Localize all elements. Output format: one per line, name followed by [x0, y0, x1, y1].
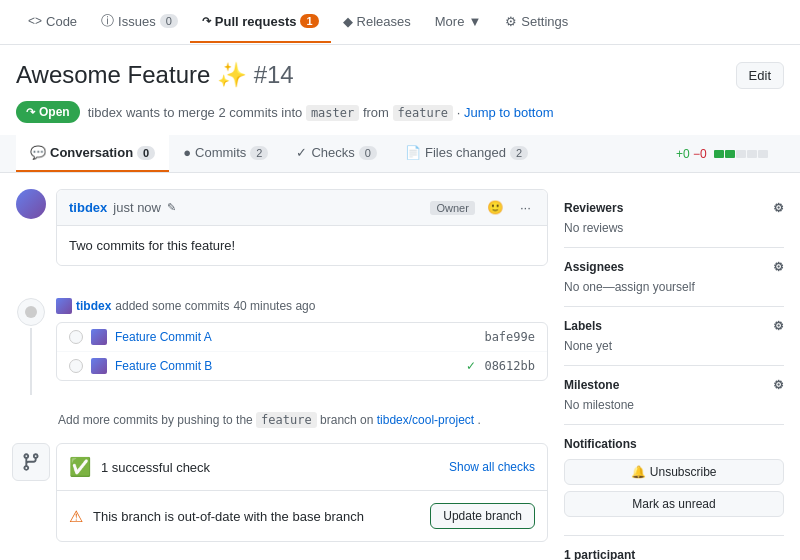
assignees-value: No one—assign yourself	[564, 280, 784, 294]
releases-icon: ◆	[343, 14, 353, 29]
edit-commit-icon: ✎	[167, 201, 176, 214]
jump-to-bottom-link[interactable]: Jump to bottom	[464, 105, 554, 120]
commit-header-action: added some commits	[115, 299, 229, 313]
commit-sha-1: 08612bb	[484, 359, 535, 373]
feature-branch-tag: feature	[256, 412, 317, 428]
base-branch-tag: master	[306, 105, 359, 121]
commenter-name[interactable]: tibdex	[69, 200, 107, 215]
code-icon: <>	[28, 14, 42, 28]
labels-value: None yet	[564, 339, 784, 353]
commit-message-1[interactable]: Feature Commit B	[115, 359, 458, 373]
nav-pr-label: Pull requests	[215, 14, 297, 29]
head-branch-tag: feature	[393, 105, 454, 121]
update-branch-button[interactable]: Update branch	[430, 503, 535, 529]
comment-block: tibdex just now ✎ Owner 🙂 ··· Two commit…	[56, 189, 548, 266]
comment-body: Two commits for this feature!	[57, 226, 547, 265]
tab-commits[interactable]: ● Commits 2	[169, 135, 282, 172]
commit-dot-1	[69, 359, 83, 373]
diff-stats: +0 −0	[660, 147, 784, 161]
commit-section-wrapper: tibdex added some commits 40 minutes ago…	[16, 298, 548, 397]
show-all-checks-link[interactable]: Show all checks	[449, 460, 535, 474]
check-success-text: 1 successful check	[101, 460, 439, 475]
git-branch-icon	[21, 452, 41, 472]
tab-files-changed[interactable]: 📄 Files changed 2	[391, 135, 542, 172]
settings-icon: ⚙	[505, 14, 517, 29]
comment-text: Two commits for this feature!	[69, 238, 535, 253]
nav-issues[interactable]: ⓘ Issues 0	[89, 0, 190, 44]
owner-badge: Owner	[430, 201, 474, 215]
nav-releases[interactable]: ◆ Releases	[331, 2, 423, 43]
pr-open-icon: ↷	[26, 106, 35, 119]
files-icon: 📄	[405, 145, 421, 160]
commit-section-header: tibdex added some commits 40 minutes ago	[56, 298, 548, 314]
page-header: Awesome Feature ✨ #14 Edit	[0, 45, 800, 97]
sidebar-assignees: Assignees ⚙ No one—assign yourself	[564, 248, 784, 307]
commit-dot-0	[69, 330, 83, 344]
nav-pull-requests[interactable]: ↷ Pull requests 1	[190, 2, 331, 43]
check-warning-row: ⚠ This branch is out-of-date with the ba…	[57, 491, 547, 541]
issues-count: 0	[160, 14, 178, 28]
main-layout: tibdex just now ✎ Owner 🙂 ··· Two commit…	[0, 173, 800, 560]
assignees-title: Assignees	[564, 260, 624, 274]
checks-icon: ✓	[296, 145, 307, 160]
commit-header-author[interactable]: tibdex	[76, 299, 111, 313]
more-chevron-icon: ▼	[468, 14, 481, 29]
sidebar-labels: Labels ⚙ None yet	[564, 307, 784, 366]
sidebar: Reviewers ⚙ No reviews Assignees ⚙ No on…	[564, 189, 784, 560]
check-warning-text: This branch is out-of-date with the base…	[93, 509, 420, 524]
milestone-gear-icon[interactable]: ⚙	[773, 378, 784, 392]
conversation-count: 0	[137, 146, 155, 160]
commits-count: 2	[250, 146, 268, 160]
commit-icon-col	[16, 298, 46, 397]
labels-gear-icon[interactable]: ⚙	[773, 319, 784, 333]
reviewers-title: Reviewers	[564, 201, 623, 215]
status-bar: ↷ Open tibdex wants to merge 2 commits i…	[0, 97, 800, 135]
nav-settings[interactable]: ⚙ Settings	[493, 2, 580, 43]
commit-check-icon: ✓	[466, 359, 476, 373]
commit-sha-0: bafe99e	[484, 330, 535, 344]
nav-releases-label: Releases	[357, 14, 411, 29]
commit-avatar-1	[91, 358, 107, 374]
check-warning-icon: ⚠	[69, 507, 83, 526]
unsubscribe-button[interactable]: 🔔 Unsubscribe	[564, 459, 784, 485]
assignees-gear-icon[interactable]: ⚙	[773, 260, 784, 274]
reviewers-value: No reviews	[564, 221, 784, 235]
commit-timeline-icon	[17, 298, 45, 326]
nav-settings-label: Settings	[521, 14, 568, 29]
tab-conversation[interactable]: 💬 Conversation 0	[16, 135, 169, 172]
emoji-reaction-button[interactable]: 🙂	[483, 198, 508, 217]
files-count: 2	[510, 146, 528, 160]
edit-button[interactable]: Edit	[736, 62, 784, 89]
pr-icon: ↷	[202, 15, 211, 28]
commit-row-1: Feature Commit B ✓ 08612bb	[57, 352, 547, 380]
branch-check-wrapper: ✅ 1 successful check Show all checks ⚠ T…	[16, 443, 548, 560]
commits-icon: ●	[183, 145, 191, 160]
page-title: Awesome Feature ✨ #14	[16, 61, 294, 89]
sparkle-icon: ✨	[217, 61, 247, 88]
nav-more-label: More	[435, 14, 465, 29]
comment-time: just now	[113, 200, 161, 215]
main-content: tibdex just now ✎ Owner 🙂 ··· Two commit…	[16, 189, 548, 560]
nav-code[interactable]: <> Code	[16, 2, 89, 43]
nav-code-label: Code	[46, 14, 77, 29]
mark-as-unread-button[interactable]: Mark as unread	[564, 491, 784, 517]
avatar-col	[16, 189, 46, 282]
comment-more-button[interactable]: ···	[516, 198, 535, 217]
repo-link[interactable]: tibdex/cool-project	[377, 413, 474, 427]
milestone-title: Milestone	[564, 378, 619, 392]
commit-avatar-0	[91, 329, 107, 345]
nav-issues-label: Issues	[118, 14, 156, 29]
nav-more[interactable]: More ▼	[423, 2, 494, 43]
sidebar-participants: 1 participant	[564, 536, 784, 560]
branch-icon-col	[16, 443, 46, 560]
commit-message-0[interactable]: Feature Commit A	[115, 330, 476, 344]
reviewers-gear-icon[interactable]: ⚙	[773, 201, 784, 215]
tab-checks[interactable]: ✓ Checks 0	[282, 135, 390, 172]
sidebar-milestone: Milestone ⚙ No milestone	[564, 366, 784, 425]
check-section: ✅ 1 successful check Show all checks ⚠ T…	[56, 443, 548, 542]
pr-count: 1	[300, 14, 318, 28]
commit-header-avatar	[56, 298, 72, 314]
commit-section-content: tibdex added some commits 40 minutes ago…	[56, 298, 548, 397]
add-commits-info: Add more commits by pushing to the featu…	[16, 405, 548, 443]
comment-header: tibdex just now ✎ Owner 🙂 ···	[57, 190, 547, 226]
